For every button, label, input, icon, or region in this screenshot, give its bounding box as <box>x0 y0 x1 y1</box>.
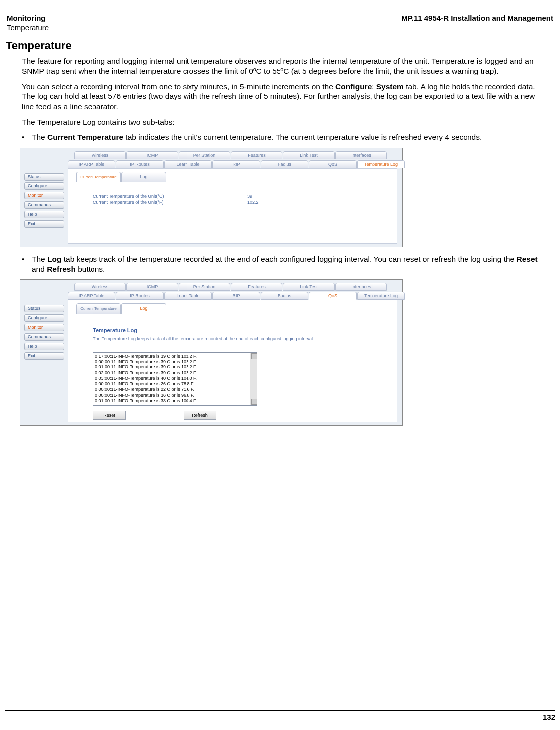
tab-features[interactable]: Features <box>231 151 282 159</box>
tab-per-station[interactable]: Per Station <box>179 151 230 159</box>
sidebar-monitor[interactable]: Monitor <box>24 324 64 331</box>
configure-system-ref: Configure: System <box>335 82 404 91</box>
log-title: Temperature Log <box>93 327 137 333</box>
header-subsection: Temperature <box>7 23 49 33</box>
paragraph-1: The feature for reporting and logging in… <box>22 56 545 77</box>
sidebar-exit[interactable]: Exit <box>24 352 64 360</box>
tab-rip[interactable]: RIP <box>212 292 260 300</box>
log-entry: 0 00:00:11-INFO-Temperature is 39 C or i… <box>95 359 248 365</box>
bullet-list-2: The Log tab keeps track of the temperatu… <box>20 254 545 274</box>
sidebar-commands[interactable]: Commands <box>24 201 64 209</box>
tab-ip-arp[interactable]: IP ARP Table <box>68 160 115 168</box>
tab-learn-table[interactable]: Learn Table <box>164 292 212 300</box>
tab-per-station[interactable]: Per Station <box>179 283 230 291</box>
log-entry: 0 00:00:11-INFO-Temperature is 36 C or i… <box>95 393 248 398</box>
header-section: Monitoring <box>7 14 49 23</box>
tab-rip[interactable]: RIP <box>212 160 260 168</box>
temp-labels: Current Temperature of the Unit(°C) Curr… <box>93 193 164 206</box>
sidebar-status[interactable]: Status <box>24 173 64 181</box>
value-temp-c: 39 <box>247 193 259 200</box>
log-description: The Temperature Log keeps track of all t… <box>93 336 362 342</box>
value-temp-f: 102.2 <box>247 199 259 206</box>
tab-temperature-log[interactable]: Temperature Log <box>357 160 405 168</box>
tab-icmp[interactable]: ICMP <box>126 283 178 291</box>
bullet-list-1: The Current Temperature tab indicates th… <box>20 132 545 143</box>
header-doc-title: MP.11 4954-R Installation and Management <box>401 14 553 22</box>
tab-row-bottom: IP ARP Table IP Routes Learn Table RIP R… <box>68 160 405 168</box>
temp-values: 39 102.2 <box>247 193 259 206</box>
sub-tab-current[interactable]: Current Temperature <box>76 303 121 314</box>
tab-learn-table[interactable]: Learn Table <box>164 160 212 168</box>
tab-wireless[interactable]: Wireless <box>74 151 126 159</box>
body-text: The feature for reporting and logging in… <box>22 56 545 128</box>
tab-radius[interactable]: Radius <box>261 160 308 168</box>
log-entry: 0 00:00:11-INFO-Temperature is 22 C or i… <box>95 387 248 392</box>
page-footer: 132 <box>5 710 555 721</box>
sidebar-nav: Status Configure Monitor Commands Help E… <box>24 305 64 360</box>
tab-row-top: Wireless ICMP Per Station Features Link … <box>74 283 387 291</box>
sub-tab-row: Current Temperature Log <box>76 303 167 314</box>
log-entry: 0 17:00:11-INFO-Temperature is 39 C or i… <box>95 354 248 359</box>
page-header: Monitoring Temperature MP.11 4954-R Inst… <box>5 14 555 34</box>
tab-ip-arp[interactable]: IP ARP Table <box>68 292 115 300</box>
sidebar-nav: Status Configure Monitor Commands Help E… <box>24 173 64 228</box>
tab-link-test[interactable]: Link Test <box>283 283 335 291</box>
log-entry: 0 02:00:11-INFO-Temperature is 39 C or i… <box>95 370 248 376</box>
tab-wireless[interactable]: Wireless <box>74 283 126 291</box>
log-listbox[interactable]: 0 17:00:11-INFO-Temperature is 39 C or i… <box>93 352 257 406</box>
sidebar-status[interactable]: Status <box>24 305 64 312</box>
log-entry: 0 00:00:11-INFO-Temperature is 26 C or i… <box>95 381 248 387</box>
content-panel: Current Temperature Log Current Temperat… <box>68 168 397 244</box>
content-panel: Current Temperature Log Temperature Log … <box>68 300 397 422</box>
sub-tab-row: Current Temperature Log <box>76 172 167 182</box>
tab-temperature-log[interactable]: Temperature Log <box>357 292 405 300</box>
tab-row-top: Wireless ICMP Per Station Features Link … <box>74 151 387 159</box>
screenshot-temperature-log: Wireless ICMP Per Station Features Link … <box>20 279 403 426</box>
sidebar-commands[interactable]: Commands <box>24 333 64 341</box>
header-left: Monitoring Temperature <box>7 14 49 33</box>
label-temp-f: Current Temperature of the Unit(°F) <box>93 199 164 206</box>
sidebar-monitor[interactable]: Monitor <box>24 192 64 199</box>
refresh-button[interactable]: Refresh <box>184 411 216 420</box>
sub-tab-log[interactable]: Log <box>121 303 166 314</box>
bullet-current-temp: The Current Temperature tab indicates th… <box>20 132 545 143</box>
tab-ip-routes[interactable]: IP Routes <box>116 160 164 168</box>
sub-tab-log[interactable]: Log <box>121 172 166 182</box>
tab-icmp[interactable]: ICMP <box>126 151 178 159</box>
tab-qos[interactable]: QoS <box>309 292 357 300</box>
page-number: 132 <box>543 713 555 721</box>
section-title: Temperature <box>6 39 555 52</box>
tab-interfaces[interactable]: Interfaces <box>335 283 387 291</box>
sidebar-help[interactable]: Help <box>24 211 64 218</box>
paragraph-2: You can select a recording interval from… <box>22 82 545 112</box>
log-entry: 0 01:00:11-INFO-Temperature is 38 C or i… <box>95 398 248 404</box>
sidebar-configure[interactable]: Configure <box>24 182 64 190</box>
sidebar-configure[interactable]: Configure <box>24 314 64 322</box>
log-entry: 0 01:00:11-INFO-Temperature is 39 C or i… <box>95 365 248 370</box>
bullet-log: The Log tab keeps track of the temperatu… <box>20 254 545 274</box>
sidebar-exit[interactable]: Exit <box>24 220 64 228</box>
scrollbar[interactable] <box>250 353 257 405</box>
reset-button[interactable]: Reset <box>93 411 126 420</box>
sidebar-help[interactable]: Help <box>24 343 64 350</box>
tab-link-test[interactable]: Link Test <box>283 151 335 159</box>
log-entry: 0 03:00:11-INFO-Temperature is 40 C or i… <box>95 376 248 381</box>
paragraph-3: The Temperature Log contains two sub-tab… <box>22 117 545 128</box>
tab-interfaces[interactable]: Interfaces <box>335 151 387 159</box>
tab-ip-routes[interactable]: IP Routes <box>116 292 164 300</box>
tab-row-bottom: IP ARP Table IP Routes Learn Table RIP R… <box>68 292 405 300</box>
sub-tab-current[interactable]: Current Temperature <box>76 172 121 182</box>
tab-features[interactable]: Features <box>231 283 282 291</box>
tab-qos[interactable]: QoS <box>309 160 357 168</box>
label-temp-c: Current Temperature of the Unit(°C) <box>93 193 164 200</box>
tab-radius[interactable]: Radius <box>261 292 308 300</box>
screenshot-current-temperature: Wireless ICMP Per Station Features Link … <box>20 148 403 247</box>
